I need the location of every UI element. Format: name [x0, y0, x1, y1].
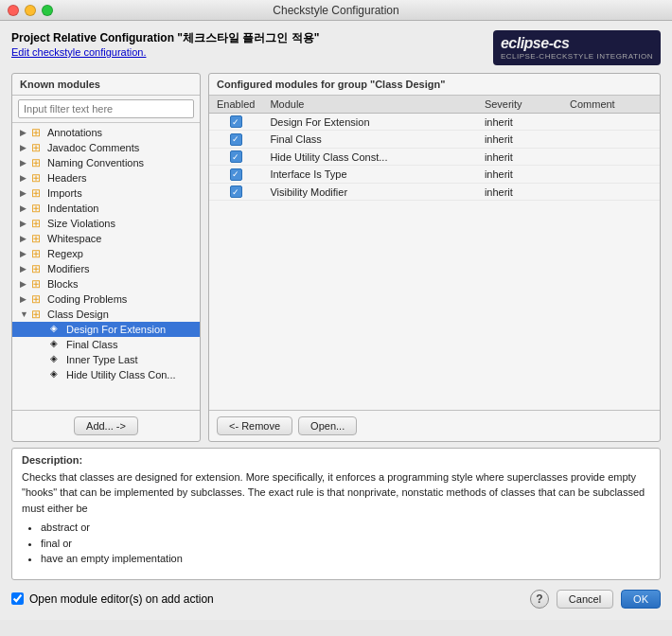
- tree-label-headers: Headers: [47, 172, 87, 184]
- tree-label-coding: Coding Problems: [47, 293, 127, 305]
- col-comment: Comment: [562, 96, 660, 114]
- tree-label-regexp: Regexp: [47, 248, 83, 259]
- modules-table: Enabled Module Severity Comment ✓ Design…: [209, 96, 660, 202]
- remove-button[interactable]: <- Remove: [217, 416, 292, 435]
- folder-icon-size: ⊞: [31, 217, 44, 230]
- close-button[interactable]: [8, 5, 19, 16]
- row-enabled[interactable]: ✓: [209, 148, 262, 166]
- checkbox-icon: ✓: [230, 133, 242, 146]
- maximize-button[interactable]: [42, 5, 53, 16]
- expand-arrow-classdesign: ▼: [20, 309, 29, 319]
- col-enabled: Enabled: [209, 96, 262, 114]
- expand-arrow-size: ▶: [20, 219, 29, 228]
- tree-item-final-class[interactable]: ◈ Final Class: [12, 337, 200, 352]
- tree-item-indentation[interactable]: ▶ ⊞ Indentation: [12, 201, 200, 216]
- table-row[interactable]: ✓ Visibility Modifier inherit: [209, 183, 660, 201]
- row-module: Design For Extension: [262, 113, 477, 131]
- folder-icon-naming: ⊞: [31, 156, 44, 169]
- add-button[interactable]: Add... ->: [74, 416, 138, 435]
- item-icon-final-class: ◈: [50, 338, 63, 351]
- row-module: Final Class: [262, 131, 477, 149]
- tree-item-inner-type[interactable]: ◈ Inner Type Last: [12, 352, 200, 367]
- checkbox-icon: ✓: [230, 168, 242, 181]
- item-icon-hide-utility: ◈: [50, 368, 63, 381]
- project-title: Project Relative Configuration "체크스타일 플러…: [11, 30, 493, 46]
- tree-item-classdesign[interactable]: ▼ ⊞ Class Design: [12, 307, 200, 322]
- table-header-row: Enabled Module Severity Comment: [209, 96, 660, 114]
- checkbox-icon: ✓: [230, 186, 242, 198]
- row-enabled[interactable]: ✓: [209, 183, 262, 201]
- eclipse-logo-main: eclipse-cs: [501, 34, 653, 52]
- row-severity: inherit: [477, 183, 562, 201]
- tree-item-hide-utility[interactable]: ◈ Hide Utility Class Con...: [12, 367, 200, 382]
- expand-arrow-design-for-ext: [39, 325, 48, 334]
- table-row[interactable]: ✓ Hide Utility Class Const... inherit: [209, 148, 660, 166]
- tree-item-headers[interactable]: ▶ ⊞ Headers: [12, 170, 200, 186]
- expand-arrow-final-class: [39, 340, 48, 349]
- tree-area: ▶ ⊞ Annotations ▶ ⊞ Javadoc Comments ▶ ⊞…: [12, 123, 200, 410]
- tree-item-blocks[interactable]: ▶ ⊞ Blocks: [12, 276, 200, 292]
- filter-input[interactable]: [18, 99, 194, 118]
- folder-icon-modifiers: ⊞: [31, 262, 44, 275]
- tree-item-regexp[interactable]: ▶ ⊞ Regexp: [12, 246, 200, 261]
- main-container: Project Relative Configuration "체크스타일 플러…: [0, 21, 672, 620]
- minimize-button[interactable]: [25, 5, 36, 16]
- row-enabled[interactable]: ✓: [209, 131, 262, 149]
- description-list-item: have an empty implementation: [41, 551, 650, 567]
- row-comment: [562, 131, 660, 149]
- title-bar: Checkstyle Configuration: [0, 0, 672, 21]
- row-enabled[interactable]: ✓: [209, 113, 262, 131]
- tree-item-imports[interactable]: ▶ ⊞ Imports: [12, 186, 200, 201]
- description-label: Description:: [22, 454, 650, 466]
- folder-icon-headers: ⊞: [31, 171, 44, 185]
- tree-label-design-for-ext: Design For Extension: [66, 324, 166, 335]
- tree-item-naming[interactable]: ▶ ⊞ Naming Conventions: [12, 155, 200, 170]
- tree-item-whitespace[interactable]: ▶ ⊞ Whitespace: [12, 231, 200, 246]
- tree-item-coding[interactable]: ▶ ⊞ Coding Problems: [12, 292, 200, 307]
- folder-icon-javadoc: ⊞: [31, 141, 44, 154]
- expand-arrow-regexp: ▶: [20, 249, 29, 258]
- open-button[interactable]: Open...: [298, 416, 357, 435]
- open-module-checkbox[interactable]: [11, 592, 24, 605]
- tree-item-annotations[interactable]: ▶ ⊞ Annotations: [12, 125, 200, 140]
- window-controls: [8, 5, 53, 16]
- ok-button[interactable]: OK: [621, 590, 661, 609]
- bottom-left: Open module editor(s) on add action: [11, 592, 530, 606]
- edit-config-link[interactable]: Edit checkstyle configuration.: [11, 46, 493, 58]
- filter-input-wrap: [12, 96, 200, 123]
- expand-arrow-blocks: ▶: [20, 279, 29, 289]
- expand-arrow-hide-utility: [39, 370, 48, 380]
- row-severity: inherit: [477, 166, 562, 184]
- tree-label-annotations: Annotations: [47, 127, 102, 138]
- window-title: Checkstyle Configuration: [273, 4, 398, 17]
- folder-icon-regexp: ⊞: [31, 247, 44, 260]
- table-row[interactable]: ✓ Design For Extension inherit: [209, 113, 660, 131]
- panels-wrapper: Known modules ▶ ⊞ Annotations ▶ ⊞ Javado…: [11, 73, 661, 442]
- tree-label-naming: Naming Conventions: [47, 157, 144, 168]
- tree-item-modifiers[interactable]: ▶ ⊞ Modifiers: [12, 261, 200, 276]
- help-button[interactable]: ?: [530, 590, 549, 609]
- tree-item-size[interactable]: ▶ ⊞ Size Violations: [12, 216, 200, 231]
- description-body: Checks that classes are designed for ext…: [22, 471, 645, 514]
- right-panel-title: Configured modules for group "Class Desi…: [209, 74, 660, 96]
- item-icon-inner-type: ◈: [50, 353, 63, 366]
- tree-label-javadoc: Javadoc Comments: [47, 142, 139, 153]
- folder-icon-whitespace: ⊞: [31, 232, 44, 245]
- row-comment: [562, 166, 660, 184]
- description-section: Description: Checks that classes are des…: [11, 448, 661, 580]
- tree-item-javadoc[interactable]: ▶ ⊞ Javadoc Comments: [12, 140, 200, 155]
- tree-label-inner-type: Inner Type Last: [66, 354, 138, 365]
- row-enabled[interactable]: ✓: [209, 166, 262, 184]
- expand-arrow-coding: ▶: [20, 294, 29, 304]
- tree-label-final-class: Final Class: [66, 339, 117, 350]
- folder-icon-indentation: ⊞: [31, 202, 44, 215]
- eclipse-logo: eclipse-cs ECLIPSE-CHECKSTYLE INTEGRATIO…: [493, 30, 661, 65]
- cancel-button[interactable]: Cancel: [557, 590, 613, 609]
- row-comment: [562, 113, 660, 131]
- row-severity: inherit: [477, 113, 562, 131]
- tree-item-design-for-ext[interactable]: ◈ Design For Extension: [12, 322, 200, 337]
- bottom-bar: Open module editor(s) on add action ? Ca…: [11, 586, 661, 612]
- description-text: Checks that classes are designed for ext…: [22, 469, 650, 567]
- table-row[interactable]: ✓ Interface Is Type inherit: [209, 166, 660, 184]
- table-row[interactable]: ✓ Final Class inherit: [209, 131, 660, 149]
